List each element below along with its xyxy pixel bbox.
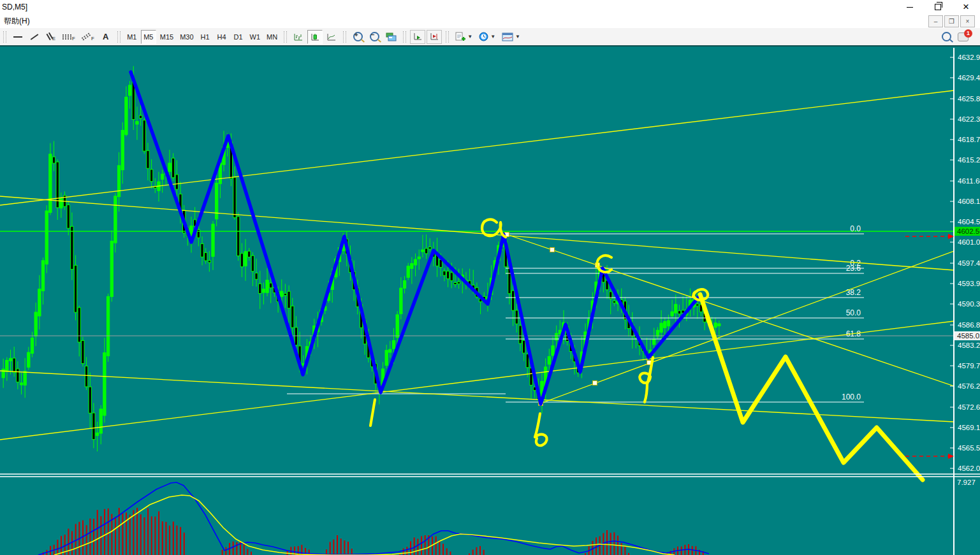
price-axis-label: 4572.60 (958, 403, 980, 411)
chart-shift-button[interactable] (427, 30, 442, 44)
price-axis-label: 4608.10 (958, 198, 980, 205)
toolbar-grip (284, 31, 287, 43)
templates-button[interactable]: ▼ (499, 30, 523, 44)
zoom-out-icon: − (370, 32, 379, 41)
periods-button[interactable]: ▼ (476, 30, 498, 44)
minimize-button[interactable] (896, 0, 924, 14)
equidistant-channel-tool[interactable]: E (43, 30, 59, 44)
text-tool-icon: A (103, 32, 108, 41)
price-axis-label: 4586.80 (958, 321, 980, 329)
price-axis-label: 4590.30 (958, 300, 980, 308)
timeframe-m5[interactable]: M5 (141, 30, 156, 44)
timeframe-m15[interactable]: M15 (157, 30, 176, 44)
horizontal-line-tool[interactable] (10, 30, 26, 44)
toolbar-grip (3, 31, 6, 43)
toolbar-grip (403, 31, 406, 43)
price-axis-label: 4597.40 (958, 259, 980, 267)
price-axis-label: 4562.00 (958, 465, 980, 472)
price-axis-label: 4622.30 (958, 115, 980, 123)
auto-scroll-icon (413, 32, 423, 41)
indicator-scale-label: 7.927 (957, 479, 976, 486)
timeframe-w1[interactable]: W1 (247, 30, 263, 44)
price-axis-label: 4579.70 (958, 362, 980, 370)
timeframe-d1[interactable]: D1 (231, 30, 246, 44)
svg-text:4585.02: 4585.02 (957, 332, 980, 340)
menu-help[interactable]: 帮助(H) (0, 15, 34, 27)
auto-scroll-button[interactable] (410, 30, 425, 44)
zoom-out-button[interactable]: − (367, 30, 382, 44)
chart-shift-icon (429, 32, 439, 41)
minimize-icon (907, 6, 913, 8)
horizontal-line-icon (13, 36, 22, 38)
trendline-handle[interactable] (550, 248, 555, 252)
candlestick-chart-button[interactable] (307, 30, 323, 44)
restore-icon (935, 4, 941, 10)
chart-canvas[interactable]: 0.00.223.638.250.061.8100.04632.904629.4… (0, 47, 980, 555)
price-axis-label: 4611.60 (958, 177, 980, 185)
fib-level-label: 0.0 (850, 224, 861, 233)
price-axis-label: 4601.00 (958, 238, 980, 246)
price-axis-label: 4583.20 (958, 342, 980, 349)
line-chart-icon (326, 32, 337, 41)
close-button[interactable]: × (952, 0, 980, 14)
menu-bar: 帮助(H) – ❒ × (0, 14, 980, 29)
price-axis-label: 4565.50 (958, 444, 980, 452)
search-icon (942, 32, 951, 41)
notification-badge: 1 (964, 29, 972, 38)
timeframe-mn[interactable]: MN (264, 30, 280, 44)
timeframe-h1[interactable]: H1 (198, 30, 213, 44)
window-titlebar: SD,M5] × (0, 0, 980, 14)
price-axis-label: 4625.80 (958, 95, 980, 103)
fib-level-label: 50.0 (846, 308, 861, 317)
trendline-handle[interactable] (593, 381, 597, 386)
trendline-tool[interactable] (27, 30, 42, 44)
toolbar-grip (117, 31, 121, 43)
fib-level-label: 38.2 (846, 288, 861, 297)
svg-text:4602.56: 4602.56 (957, 227, 980, 235)
main-toolbar: EFFAM1M5M15M30H1H4D1W1MN+−▼▼▼1 (0, 28, 980, 46)
fibonacci-icon (62, 34, 71, 40)
template-icon (502, 32, 513, 41)
zoom-in-icon: + (353, 32, 363, 41)
price-axis-label: 4618.70 (958, 136, 980, 143)
fib-level-label: 23.6 (846, 264, 861, 273)
current-price-tag: 4602.56 (954, 227, 980, 236)
line-chart-button[interactable] (324, 30, 339, 44)
text-tool[interactable]: A (98, 30, 113, 44)
trendline-icon (31, 34, 39, 40)
price-axis-label: 4615.20 (958, 156, 980, 164)
search-button[interactable] (939, 30, 954, 44)
clock-icon (479, 32, 488, 41)
price-axis-label: 4593.90 (958, 280, 980, 287)
restore-button[interactable] (924, 0, 952, 14)
window-title: SD,M5] (0, 3, 27, 11)
price-axis-label: 4576.20 (958, 382, 980, 390)
indicators-button[interactable]: ▼ (453, 30, 475, 44)
add-indicator-icon (455, 32, 465, 41)
bar-chart-icon (293, 32, 304, 41)
fib-level-label: 100.0 (842, 393, 861, 401)
price-axis-label: 4604.50 (958, 218, 980, 226)
price-axis-label: 4632.90 (958, 54, 980, 61)
chat-bubble-icon: 1 (958, 32, 969, 41)
timeframe-m1[interactable]: M1 (124, 30, 140, 44)
chart-window[interactable]: 0.00.223.638.250.061.8100.04632.904629.4… (0, 45, 980, 555)
price-axis-label: 4629.40 (958, 74, 980, 82)
price-axis-label: 4569.10 (958, 424, 980, 431)
notifications-button[interactable]: 1 (955, 30, 971, 44)
tile-windows-button[interactable] (383, 30, 399, 44)
bar-chart-button[interactable] (291, 30, 306, 44)
child-close-button[interactable]: × (960, 15, 975, 27)
tile-windows-icon (386, 32, 397, 41)
child-minimize-button[interactable]: – (928, 15, 943, 27)
fibonacci-channel-icon (81, 32, 91, 41)
timeframe-h4[interactable]: H4 (214, 30, 230, 44)
fibonacci-retracement-tool[interactable]: F (60, 30, 78, 44)
zoom-in-button[interactable]: + (350, 30, 365, 44)
toolbar-grip (446, 31, 449, 43)
gray-line-price-tag: 4585.02 (954, 331, 980, 340)
toolbar-grip (343, 31, 346, 43)
timeframe-m30[interactable]: M30 (177, 30, 196, 44)
child-restore-button[interactable]: ❒ (944, 15, 959, 27)
fibonacci-channel-tool[interactable]: F (79, 30, 97, 44)
